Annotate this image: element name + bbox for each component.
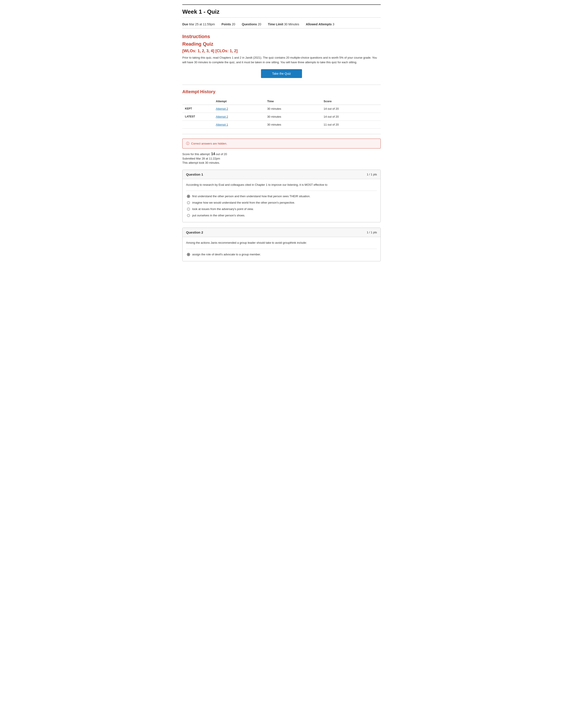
- questions-meta: Questions 20: [242, 22, 261, 26]
- notice-text: Correct answers are hidden.: [191, 142, 227, 145]
- radio-circle: [187, 195, 190, 198]
- points-meta: Points 20: [221, 22, 235, 26]
- row-label: LATEST: [182, 113, 213, 121]
- question-pts: 1 / 1 pts: [367, 173, 377, 176]
- allowed-attempts-value: 3: [333, 22, 335, 26]
- question-text: According to research by Eval and collea…: [186, 183, 377, 187]
- table-row: Attempt 1 30 minutes 11 out of 20: [182, 121, 381, 128]
- time-limit-value: 30 Minutes: [284, 22, 299, 26]
- option-text: imagine how we would understand the worl…: [192, 201, 295, 204]
- score-label: Score for this attempt:: [182, 152, 210, 156]
- allowed-attempts-meta: Allowed Attempts 3: [306, 22, 334, 26]
- col-time: Time: [264, 98, 321, 105]
- row-label: KEPT: [182, 105, 213, 113]
- question-body: Among the actions Janis recommended a gr…: [182, 237, 381, 261]
- table-row: LATEST Attempt 2 30 minutes 14 out of 20: [182, 113, 381, 121]
- questions-label: Questions: [242, 22, 257, 26]
- row-attempt[interactable]: Attempt 2: [213, 113, 264, 121]
- allowed-attempts-label: Allowed Attempts: [306, 22, 332, 26]
- answer-option[interactable]: imagine how we would understand the worl…: [186, 199, 377, 206]
- page-title: Week 1 - Quiz: [182, 8, 381, 18]
- results-divider: [182, 134, 381, 134]
- due-meta: Due Mar 25 at 11:59pm: [182, 22, 215, 26]
- radio-circle: [187, 201, 190, 204]
- time-limit-label: Time Limit: [268, 22, 283, 26]
- option-text: look at issues from the adversary's poin…: [192, 207, 254, 211]
- instructions-heading: Instructions: [182, 34, 381, 39]
- row-label: [182, 121, 213, 128]
- question-card: Question 2 1 / 1 pts Among the actions J…: [182, 228, 381, 261]
- answer-divider: [186, 249, 377, 249]
- info-icon: ⓘ: [186, 141, 189, 146]
- row-time: 30 minutes: [264, 105, 321, 113]
- table-row: KEPT Attempt 2 30 minutes 14 out of 20: [182, 105, 381, 113]
- radio-circle: [187, 214, 190, 217]
- question-body: According to research by Eval and collea…: [182, 179, 381, 222]
- col-label: [182, 98, 213, 105]
- question-text: Among the actions Janis recommended a gr…: [186, 241, 377, 245]
- radio-circle: [187, 253, 190, 256]
- row-attempt[interactable]: Attempt 2: [213, 105, 264, 113]
- description-text: Prior to taking this quiz, read Chapters…: [182, 56, 381, 65]
- due-label: Due: [182, 22, 188, 26]
- submitted-info: Submitted Mar 28 at 11:22pm: [182, 157, 381, 160]
- option-text: first understand the other person and th…: [192, 195, 311, 198]
- attempt-history-heading: Attempt History: [182, 89, 381, 94]
- duration-info: This attempt took 30 minutes.: [182, 161, 381, 164]
- row-time: 30 minutes: [264, 121, 321, 128]
- questions-value: 20: [258, 22, 261, 26]
- answer-option[interactable]: put ourselves in the other person's shoe…: [186, 212, 377, 219]
- option-text: put ourselves in the other person's shoe…: [192, 214, 245, 217]
- question-pts: 1 / 1 pts: [367, 231, 377, 234]
- row-score: 11 out of 20: [321, 121, 381, 128]
- wlo-heading: [WLOs: 1, 2, 3, 4] [CLOs: 1, 2]: [182, 49, 381, 53]
- reading-quiz-heading: Reading Quiz: [182, 41, 381, 47]
- row-attempt[interactable]: Attempt 1: [213, 121, 264, 128]
- due-value: Mar 25 at 11:59pm: [189, 22, 215, 26]
- question-card: Question 1 1 / 1 pts According to resear…: [182, 170, 381, 223]
- row-score: 14 out of 20: [321, 113, 381, 121]
- row-time: 30 minutes: [264, 113, 321, 121]
- points-value: 20: [232, 22, 235, 26]
- question-header: Question 2 1 / 1 pts: [182, 228, 381, 237]
- take-quiz-button[interactable]: Take the Quiz: [261, 69, 302, 78]
- answer-option[interactable]: first understand the other person and th…: [186, 193, 377, 199]
- attempt-history-table: Attempt Time Score KEPT Attempt 2 30 min…: [182, 98, 381, 129]
- score-info: Score for this attempt: 14 out of 20: [182, 152, 381, 156]
- answer-option[interactable]: assign the role of devil's advocate to a…: [186, 251, 377, 258]
- points-label: Points: [221, 22, 231, 26]
- correct-answers-notice: ⓘ Correct answers are hidden.: [182, 139, 381, 149]
- question-header: Question 1 1 / 1 pts: [182, 170, 381, 179]
- question-title: Question 2: [186, 230, 203, 234]
- row-score: 14 out of 20: [321, 105, 381, 113]
- col-attempt: Attempt: [213, 98, 264, 105]
- score-value: 14: [211, 152, 215, 156]
- question-title: Question 1: [186, 173, 203, 176]
- radio-circle: [187, 208, 190, 211]
- time-limit-meta: Time Limit 30 Minutes: [268, 22, 299, 26]
- meta-bar: Due Mar 25 at 11:59pm Points 20 Question…: [182, 20, 381, 28]
- answer-option[interactable]: look at issues from the adversary's poin…: [186, 206, 377, 212]
- option-text: assign the role of devil's advocate to a…: [192, 253, 261, 256]
- col-score: Score: [321, 98, 381, 105]
